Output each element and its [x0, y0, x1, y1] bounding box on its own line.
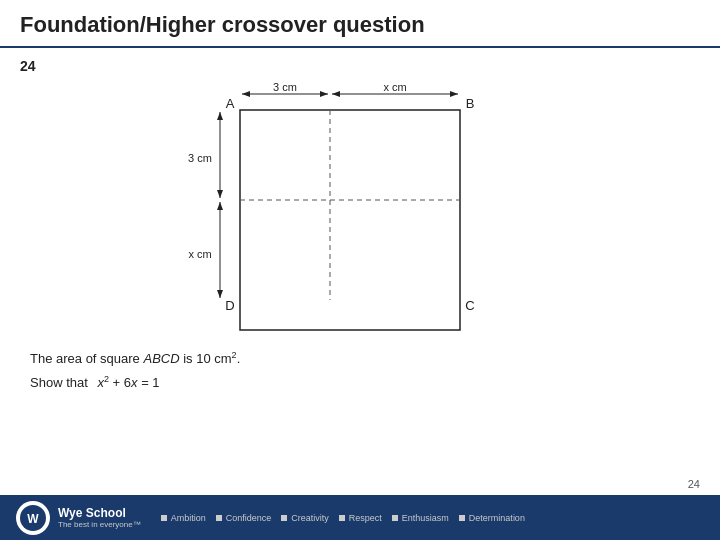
- bullet-determination: [459, 515, 465, 521]
- label-A: A: [226, 96, 235, 111]
- question-number: 24: [20, 58, 700, 74]
- superscript-2: 2: [232, 350, 237, 360]
- svg-marker-14: [217, 290, 223, 298]
- bullet-enthusiasm: [392, 515, 398, 521]
- school-name-block: Wye School The best in everyone™: [58, 506, 141, 529]
- equation: x2 + 6x = 1: [94, 374, 160, 390]
- value-determination: Determination: [459, 513, 525, 523]
- svg-marker-10: [217, 112, 223, 120]
- value-ambition-label: Ambition: [171, 513, 206, 523]
- bullet-confidence: [216, 515, 222, 521]
- value-determination-label: Determination: [469, 513, 525, 523]
- school-tagline: The best in everyone™: [58, 520, 141, 529]
- label-C: C: [465, 298, 474, 313]
- label-xcm-top: x cm: [383, 81, 406, 93]
- area-text: The area of square ABCD is 10 cm2.: [20, 350, 700, 366]
- page-title: Foundation/Higher crossover question: [20, 12, 425, 37]
- footer: W Wye School The best in everyone™ Ambit…: [0, 495, 720, 540]
- svg-marker-5: [320, 91, 328, 97]
- svg-marker-11: [217, 190, 223, 198]
- svg-text:W: W: [27, 512, 39, 526]
- diagram-container: A B C D 3 cm x cm 3 cm: [20, 80, 700, 340]
- bullet-respect: [339, 515, 345, 521]
- value-creativity-label: Creativity: [291, 513, 329, 523]
- value-confidence: Confidence: [216, 513, 272, 523]
- value-respect-label: Respect: [349, 513, 382, 523]
- svg-marker-7: [332, 91, 340, 97]
- label-D: D: [225, 298, 234, 313]
- school-name: Wye School: [58, 506, 141, 520]
- value-ambition: Ambition: [161, 513, 206, 523]
- main-content: 24 A B C D: [0, 48, 720, 401]
- square-name: ABCD: [143, 351, 179, 366]
- label-B: B: [466, 96, 475, 111]
- header: Foundation/Higher crossover question: [0, 0, 720, 48]
- footer-values: Ambition Confidence Creativity Respect E…: [161, 513, 525, 523]
- svg-marker-8: [450, 91, 458, 97]
- value-enthusiasm: Enthusiasm: [392, 513, 449, 523]
- svg-marker-13: [217, 202, 223, 210]
- show-that-line: Show that x2 + 6x = 1: [20, 374, 700, 390]
- bullet-creativity: [281, 515, 287, 521]
- school-logo: W: [16, 501, 50, 535]
- page-number: 24: [688, 478, 700, 490]
- value-respect: Respect: [339, 513, 382, 523]
- geometry-diagram: A B C D 3 cm x cm 3 cm: [160, 80, 560, 340]
- label-3cm-left: 3 cm: [188, 152, 212, 164]
- show-that-label: Show that: [30, 375, 88, 390]
- value-enthusiasm-label: Enthusiasm: [402, 513, 449, 523]
- svg-marker-4: [242, 91, 250, 97]
- svg-rect-0: [240, 110, 460, 330]
- bullet-ambition: [161, 515, 167, 521]
- label-3cm-top: 3 cm: [273, 81, 297, 93]
- value-confidence-label: Confidence: [226, 513, 272, 523]
- label-xcm-left: x cm: [188, 248, 211, 260]
- logo-area: W Wye School The best in everyone™: [16, 501, 141, 535]
- value-creativity: Creativity: [281, 513, 329, 523]
